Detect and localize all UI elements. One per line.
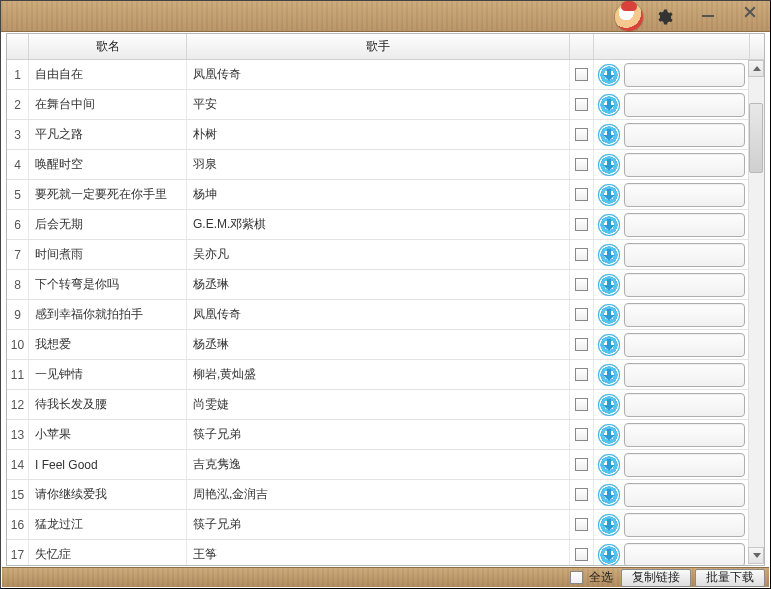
row-select-cell: [570, 330, 594, 359]
row-checkbox[interactable]: [575, 398, 588, 411]
scroll-up-button[interactable]: [748, 60, 764, 77]
download-icon[interactable]: [598, 484, 620, 506]
download-icon[interactable]: [598, 94, 620, 116]
scroll-thumb[interactable]: [749, 103, 763, 173]
row-checkbox[interactable]: [575, 368, 588, 381]
row-filler: [750, 360, 764, 389]
download-icon[interactable]: [598, 274, 620, 296]
download-icon[interactable]: [598, 364, 620, 386]
download-field[interactable]: [624, 333, 745, 357]
avatar[interactable]: [615, 3, 643, 31]
table-body: 1自由自在凤凰传奇2在舞台中间平安3平凡之路朴树4唤醒时空羽泉5要死就一定要死在…: [7, 60, 764, 565]
download-icon[interactable]: [598, 304, 620, 326]
row-download-cell: [594, 210, 750, 239]
download-field[interactable]: [624, 483, 745, 507]
table-row[interactable]: 1自由自在凤凰传奇: [7, 60, 764, 90]
scroll-down-button[interactable]: [748, 547, 764, 564]
download-icon[interactable]: [598, 394, 620, 416]
download-field[interactable]: [624, 393, 745, 417]
song-name: 自由自在: [29, 60, 187, 89]
row-checkbox[interactable]: [575, 68, 588, 81]
table-row[interactable]: 5要死就一定要死在你手里杨坤: [7, 180, 764, 210]
batch-download-button[interactable]: 批量下载: [695, 569, 765, 587]
row-checkbox[interactable]: [575, 338, 588, 351]
download-field[interactable]: [624, 123, 745, 147]
copy-links-button[interactable]: 复制链接: [621, 569, 691, 587]
table-row[interactable]: 8下个转弯是你吗杨丞琳: [7, 270, 764, 300]
table-row[interactable]: 6后会无期G.E.M.邓紫棋: [7, 210, 764, 240]
download-field[interactable]: [624, 153, 745, 177]
table-row[interactable]: 12待我长发及腰尚雯婕: [7, 390, 764, 420]
header-index[interactable]: [7, 34, 29, 59]
row-checkbox[interactable]: [575, 218, 588, 231]
download-field[interactable]: [624, 63, 745, 87]
download-icon[interactable]: [598, 244, 620, 266]
download-icon[interactable]: [598, 64, 620, 86]
download-icon[interactable]: [598, 154, 620, 176]
row-checkbox[interactable]: [575, 128, 588, 141]
song-name: I Feel Good: [29, 450, 187, 479]
table-row[interactable]: 10我想爱杨丞琳: [7, 330, 764, 360]
row-index: 16: [7, 510, 29, 539]
download-field[interactable]: [624, 303, 745, 327]
table-row[interactable]: 15请你继续爱我周艳泓,金润吉: [7, 480, 764, 510]
row-checkbox[interactable]: [575, 488, 588, 501]
download-field[interactable]: [624, 93, 745, 117]
download-icon[interactable]: [598, 454, 620, 476]
song-name: 平凡之路: [29, 120, 187, 149]
row-select-cell: [570, 240, 594, 269]
minimize-button[interactable]: [687, 1, 729, 23]
row-index: 8: [7, 270, 29, 299]
download-icon[interactable]: [598, 514, 620, 536]
artist-name: 筷子兄弟: [187, 510, 570, 539]
download-icon[interactable]: [598, 544, 620, 566]
table-row[interactable]: 11一见钟情柳岩,黄灿盛: [7, 360, 764, 390]
download-field[interactable]: [624, 213, 745, 237]
header-artist[interactable]: 歌手: [187, 34, 570, 59]
table-row[interactable]: 7时间煮雨吴亦凡: [7, 240, 764, 270]
row-checkbox[interactable]: [575, 518, 588, 531]
download-field[interactable]: [624, 243, 745, 267]
table-row[interactable]: 4唤醒时空羽泉: [7, 150, 764, 180]
table-row[interactable]: 13小苹果筷子兄弟: [7, 420, 764, 450]
table-row[interactable]: 3平凡之路朴树: [7, 120, 764, 150]
download-field[interactable]: [624, 543, 745, 566]
row-checkbox[interactable]: [575, 98, 588, 111]
download-field[interactable]: [624, 423, 745, 447]
row-index: 14: [7, 450, 29, 479]
row-select-cell: [570, 360, 594, 389]
row-checkbox[interactable]: [575, 458, 588, 471]
select-all-checkbox[interactable]: [570, 571, 583, 584]
download-field[interactable]: [624, 513, 745, 537]
song-name: 要死就一定要死在你手里: [29, 180, 187, 209]
row-checkbox[interactable]: [575, 308, 588, 321]
settings-button[interactable]: [652, 5, 676, 29]
table-row[interactable]: 14I Feel Good吉克隽逸: [7, 450, 764, 480]
table-row[interactable]: 17失忆症王筝: [7, 540, 764, 565]
download-icon[interactable]: [598, 424, 620, 446]
header-song[interactable]: 歌名: [29, 34, 187, 59]
header-download[interactable]: [594, 34, 750, 59]
table-row[interactable]: 2在舞台中间平安: [7, 90, 764, 120]
download-field[interactable]: [624, 273, 745, 297]
artist-name: 吉克隽逸: [187, 450, 570, 479]
download-icon[interactable]: [598, 214, 620, 236]
download-icon[interactable]: [598, 124, 620, 146]
download-field[interactable]: [624, 363, 745, 387]
download-field[interactable]: [624, 183, 745, 207]
download-icon[interactable]: [598, 184, 620, 206]
row-checkbox[interactable]: [575, 428, 588, 441]
close-button[interactable]: [729, 1, 771, 23]
download-field[interactable]: [624, 453, 745, 477]
row-checkbox[interactable]: [575, 248, 588, 261]
table-row[interactable]: 16猛龙过江筷子兄弟: [7, 510, 764, 540]
row-select-cell: [570, 90, 594, 119]
header-select[interactable]: [570, 34, 594, 59]
table-row[interactable]: 9感到幸福你就拍拍手凤凰传奇: [7, 300, 764, 330]
row-checkbox[interactable]: [575, 188, 588, 201]
row-select-cell: [570, 420, 594, 449]
row-checkbox[interactable]: [575, 278, 588, 291]
download-icon[interactable]: [598, 334, 620, 356]
row-checkbox[interactable]: [575, 158, 588, 171]
row-checkbox[interactable]: [575, 548, 588, 561]
